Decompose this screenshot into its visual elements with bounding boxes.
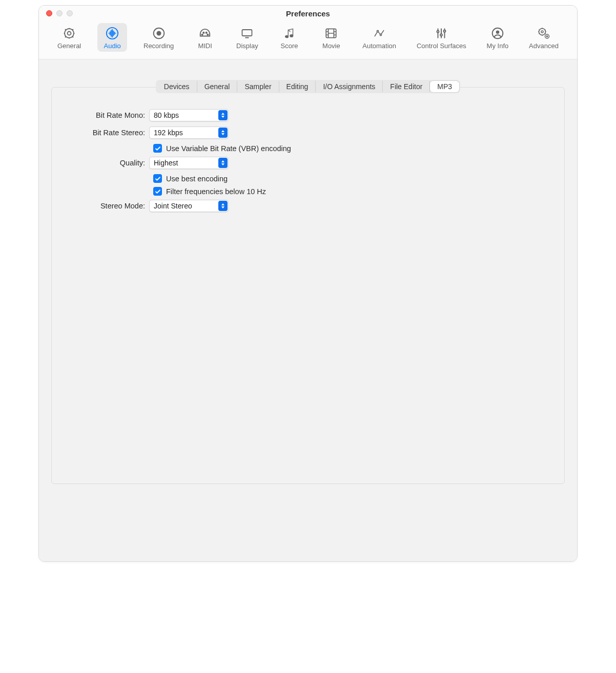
svg-point-19 xyxy=(496,31,500,34)
svg-point-16 xyxy=(440,34,442,36)
svg-rect-9 xyxy=(242,30,252,36)
window-controls xyxy=(46,10,73,16)
svg-point-17 xyxy=(444,30,446,32)
tab-display[interactable]: Display xyxy=(232,23,262,52)
tab-label: My Info xyxy=(487,42,509,50)
vbr-checkbox[interactable] xyxy=(153,144,162,153)
svg-point-1 xyxy=(65,29,74,38)
select-value: Highest xyxy=(154,159,178,167)
svg-point-13 xyxy=(377,30,379,32)
svg-point-6 xyxy=(203,32,204,33)
titlebar: Preferences xyxy=(39,6,577,21)
pref-toolbar: General Audio Recording xyxy=(39,21,577,59)
svg-point-22 xyxy=(545,34,549,38)
record-icon xyxy=(151,26,167,40)
gear-icon xyxy=(61,26,77,40)
tab-movie[interactable]: Movie xyxy=(316,23,346,52)
tab-control-surfaces[interactable]: Control Surfaces xyxy=(413,23,470,52)
display-icon xyxy=(239,26,255,40)
sliders-icon xyxy=(434,26,449,40)
zoom-button[interactable] xyxy=(67,10,73,16)
vbr-label: Use Variable Bit Rate (VBR) encoding xyxy=(166,144,291,153)
minimize-button[interactable] xyxy=(56,10,63,16)
svg-point-21 xyxy=(541,31,543,33)
film-icon xyxy=(323,26,339,40)
window-title: Preferences xyxy=(45,9,571,18)
svg-point-23 xyxy=(546,36,547,37)
tab-score[interactable]: Score xyxy=(275,23,304,52)
updown-arrows-icon xyxy=(218,158,228,168)
svg-point-10 xyxy=(285,35,288,37)
updown-arrows-icon xyxy=(218,201,228,211)
select-value: 80 kbps xyxy=(154,111,179,119)
tab-recording[interactable]: Recording xyxy=(139,23,178,52)
svg-point-0 xyxy=(68,32,71,35)
svg-point-5 xyxy=(202,34,203,35)
filter-freq-checkbox[interactable] xyxy=(153,187,162,196)
tab-label: Score xyxy=(281,42,298,50)
bit-rate-mono-label: Bit Rate Mono: xyxy=(64,111,149,119)
gears-icon xyxy=(536,26,551,40)
user-circle-icon xyxy=(490,26,505,40)
tab-label: Advanced xyxy=(529,42,559,50)
preferences-body: Devices General Sampler Editing I/O Assi… xyxy=(39,59,577,561)
automation-icon xyxy=(372,26,387,40)
subtab-file-editor[interactable]: File Editor xyxy=(383,81,430,92)
tab-my-info[interactable]: My Info xyxy=(483,23,513,52)
bit-rate-stereo-select[interactable]: 192 kbps xyxy=(149,127,229,139)
bit-rate-mono-select[interactable]: 80 kbps xyxy=(149,109,229,121)
close-button[interactable] xyxy=(46,10,52,16)
preferences-window: Preferences General Audio xyxy=(38,5,578,562)
subtab-editing[interactable]: Editing xyxy=(279,81,316,92)
tab-automation[interactable]: Automation xyxy=(358,23,400,52)
quality-label: Quality: xyxy=(64,159,149,167)
tab-audio[interactable]: Audio xyxy=(97,23,127,52)
tab-label: Display xyxy=(236,42,258,50)
svg-point-4 xyxy=(156,31,161,35)
tab-midi[interactable]: MIDI xyxy=(190,23,220,52)
svg-point-7 xyxy=(206,32,207,33)
filter-freq-label: Filter frequencies below 10 Hz xyxy=(166,187,266,196)
updown-arrows-icon xyxy=(218,110,228,120)
svg-point-15 xyxy=(437,31,439,33)
tab-label: Automation xyxy=(362,42,396,50)
tab-label: Audio xyxy=(104,42,121,50)
bit-rate-stereo-label: Bit Rate Stereo: xyxy=(64,129,149,137)
subtab-general[interactable]: General xyxy=(197,81,238,92)
stereo-mode-select[interactable]: Joint Stereo xyxy=(149,200,229,212)
tab-advanced[interactable]: Advanced xyxy=(525,23,563,52)
tab-general[interactable]: General xyxy=(53,23,85,52)
audio-subtabs: Devices General Sampler Editing I/O Assi… xyxy=(156,80,460,93)
tab-label: MIDI xyxy=(198,42,212,50)
stereo-mode-label: Stereo Mode: xyxy=(64,202,149,210)
select-value: Joint Stereo xyxy=(154,202,192,210)
waveform-icon xyxy=(105,26,120,40)
subtab-mp3[interactable]: MP3 xyxy=(430,81,459,92)
mp3-panel: Bit Rate Mono: 80 kbps Bit Rate Stereo: … xyxy=(51,87,565,484)
svg-point-11 xyxy=(290,35,293,37)
quality-select[interactable]: Highest xyxy=(149,157,229,169)
subtab-devices[interactable]: Devices xyxy=(157,81,197,92)
best-encoding-checkbox[interactable] xyxy=(153,174,162,183)
tab-label: Recording xyxy=(143,42,174,50)
svg-point-20 xyxy=(539,29,546,35)
subtab-io-assignments[interactable]: I/O Assignments xyxy=(316,81,383,92)
updown-arrows-icon xyxy=(218,128,228,138)
select-value: 192 kbps xyxy=(154,129,183,137)
tab-label: Control Surfaces xyxy=(417,42,466,50)
tab-label: General xyxy=(57,42,81,50)
svg-point-14 xyxy=(380,34,382,35)
music-notes-icon xyxy=(282,26,297,40)
best-encoding-label: Use best encoding xyxy=(166,175,228,183)
midi-icon xyxy=(197,26,213,40)
svg-point-8 xyxy=(207,34,208,35)
tab-label: Movie xyxy=(322,42,340,50)
subtab-sampler[interactable]: Sampler xyxy=(237,81,279,92)
